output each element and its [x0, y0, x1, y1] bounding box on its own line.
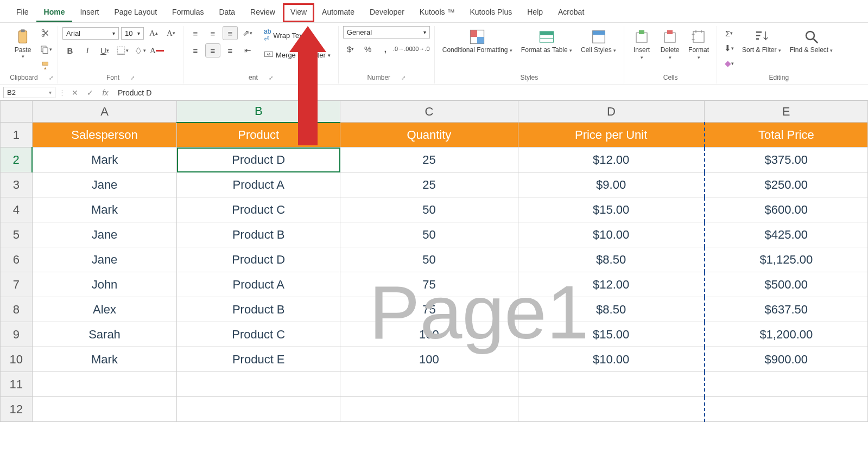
- decrease-font-button[interactable]: A▾: [163, 26, 179, 40]
- cell-C7[interactable]: 75: [340, 272, 518, 297]
- paste-button[interactable]: Paste ▾: [10, 26, 36, 61]
- align-middle-button[interactable]: ≡: [205, 26, 220, 40]
- cell-A4[interactable]: Mark: [32, 197, 177, 222]
- cell-C4[interactable]: 50: [340, 197, 518, 222]
- cell-E2[interactable]: $375.00: [705, 148, 868, 172]
- select-all-corner[interactable]: [1, 101, 33, 123]
- cell-A11[interactable]: [32, 372, 177, 397]
- decrease-decimal-button[interactable]: .00→.0: [413, 42, 428, 56]
- row-header-1[interactable]: 1: [1, 123, 33, 148]
- increase-decimal-button[interactable]: .0→.00: [395, 42, 410, 56]
- cell-A10[interactable]: Mark: [32, 347, 177, 372]
- column-header-E[interactable]: E: [705, 101, 868, 123]
- formula-input[interactable]: Product D: [115, 87, 865, 98]
- accounting-button[interactable]: $▾: [343, 42, 358, 56]
- align-right-button[interactable]: ≡: [223, 43, 238, 57]
- cell-E5[interactable]: $425.00: [705, 222, 868, 247]
- column-header-B[interactable]: B: [177, 101, 340, 123]
- cell-E9[interactable]: $1,200.00: [705, 322, 868, 347]
- tab-acrobat[interactable]: Acrobat: [550, 3, 592, 22]
- row-header-12[interactable]: 12: [1, 397, 33, 422]
- row-header-6[interactable]: 6: [1, 247, 33, 272]
- row-header-3[interactable]: 3: [1, 172, 33, 197]
- cell-D9[interactable]: $15.00: [518, 322, 704, 347]
- align-left-button[interactable]: ≡: [188, 43, 203, 57]
- row-header-4[interactable]: 4: [1, 197, 33, 222]
- cell-D12[interactable]: [518, 397, 704, 422]
- fx-button[interactable]: fx: [99, 88, 111, 97]
- font-color-button[interactable]: A: [149, 43, 164, 57]
- copy-button[interactable]: ▾: [38, 42, 53, 56]
- cell-B11[interactable]: [177, 372, 340, 397]
- cell-C6[interactable]: 50: [340, 247, 518, 272]
- cell-C9[interactable]: 100: [340, 322, 518, 347]
- cell-E1[interactable]: Total Price: [705, 123, 868, 148]
- row-header-7[interactable]: 7: [1, 272, 33, 297]
- cell-D11[interactable]: [518, 372, 704, 397]
- autosum-button[interactable]: Σ ▾: [721, 26, 737, 40]
- insert-cells-button[interactable]: Insert▾: [629, 26, 655, 63]
- merge-center-button[interactable]: Merge & Center ▾: [261, 48, 334, 62]
- cell-D2[interactable]: $12.00: [518, 148, 704, 172]
- cell-E11[interactable]: [705, 372, 868, 397]
- cell-D8[interactable]: $8.50: [518, 297, 704, 322]
- comma-button[interactable]: ,: [378, 42, 393, 56]
- align-top-button[interactable]: ≡: [188, 26, 203, 40]
- tab-help[interactable]: Help: [519, 3, 550, 22]
- orientation-button[interactable]: ⇗▾: [240, 26, 255, 40]
- cell-B2[interactable]: Product D: [177, 148, 340, 172]
- tab-review[interactable]: Review: [243, 3, 283, 22]
- enter-formula-button[interactable]: ✓: [84, 88, 96, 97]
- cell-A1[interactable]: Salesperson: [32, 123, 177, 148]
- tab-view[interactable]: View: [283, 3, 314, 22]
- cell-B6[interactable]: Product D: [177, 247, 340, 272]
- clear-button[interactable]: ◆ ▾: [721, 56, 737, 71]
- conditional-formatting-button[interactable]: Conditional Formatting ▾: [439, 26, 516, 56]
- cell-E4[interactable]: $600.00: [705, 197, 868, 222]
- cell-B10[interactable]: Product E: [177, 347, 340, 372]
- cell-C5[interactable]: 50: [340, 222, 518, 247]
- fill-button[interactable]: ⬇ ▾: [721, 41, 737, 55]
- tab-automate[interactable]: Automate: [314, 3, 362, 22]
- row-header-2[interactable]: 2: [1, 148, 33, 172]
- cell-B12[interactable]: [177, 397, 340, 422]
- cell-C8[interactable]: 75: [340, 297, 518, 322]
- dialog-launcher-icon[interactable]: ⤢: [401, 75, 406, 81]
- row-header-11[interactable]: 11: [1, 372, 33, 397]
- find-select-button[interactable]: Find & Select ▾: [787, 26, 837, 56]
- delete-cells-button[interactable]: Delete▾: [657, 26, 683, 63]
- cell-A9[interactable]: Sarah: [32, 322, 177, 347]
- cell-E12[interactable]: [705, 397, 868, 422]
- cell-D4[interactable]: $15.00: [518, 197, 704, 222]
- cell-D5[interactable]: $10.00: [518, 222, 704, 247]
- tab-insert[interactable]: Insert: [72, 3, 106, 22]
- tab-kutools-plus[interactable]: Kutools Plus: [462, 3, 519, 22]
- fill-color-button[interactable]: ▾: [132, 43, 147, 57]
- cell-C12[interactable]: [340, 397, 518, 422]
- row-header-8[interactable]: 8: [1, 297, 33, 322]
- format-painter-button[interactable]: [38, 59, 53, 73]
- cell-A8[interactable]: Alex: [32, 297, 177, 322]
- cell-A3[interactable]: Jane: [32, 172, 177, 197]
- cell-D1[interactable]: Price per Unit: [518, 123, 704, 148]
- cell-D10[interactable]: $10.00: [518, 347, 704, 372]
- font-size-combo[interactable]: 10▾: [121, 27, 144, 40]
- cell-D6[interactable]: $8.50: [518, 247, 704, 272]
- percent-button[interactable]: %: [360, 42, 376, 56]
- cell-C3[interactable]: 25: [340, 172, 518, 197]
- tab-home[interactable]: Home: [36, 3, 73, 22]
- cell-E8[interactable]: $637.50: [705, 297, 868, 322]
- cell-D7[interactable]: $12.00: [518, 272, 704, 297]
- cell-B9[interactable]: Product C: [177, 322, 340, 347]
- dialog-launcher-icon[interactable]: ⤢: [130, 75, 135, 81]
- cell-B4[interactable]: Product C: [177, 197, 340, 222]
- cell-B5[interactable]: Product B: [177, 222, 340, 247]
- underline-button[interactable]: U ▾: [97, 43, 112, 57]
- font-name-combo[interactable]: Arial▾: [62, 27, 119, 40]
- cell-C11[interactable]: [340, 372, 518, 397]
- tab-formulas[interactable]: Formulas: [164, 3, 211, 22]
- row-header-10[interactable]: 10: [1, 347, 33, 372]
- format-as-table-button[interactable]: Format as Table ▾: [518, 26, 575, 56]
- cell-E3[interactable]: $250.00: [705, 172, 868, 197]
- decrease-indent-button[interactable]: ⇤: [240, 43, 255, 57]
